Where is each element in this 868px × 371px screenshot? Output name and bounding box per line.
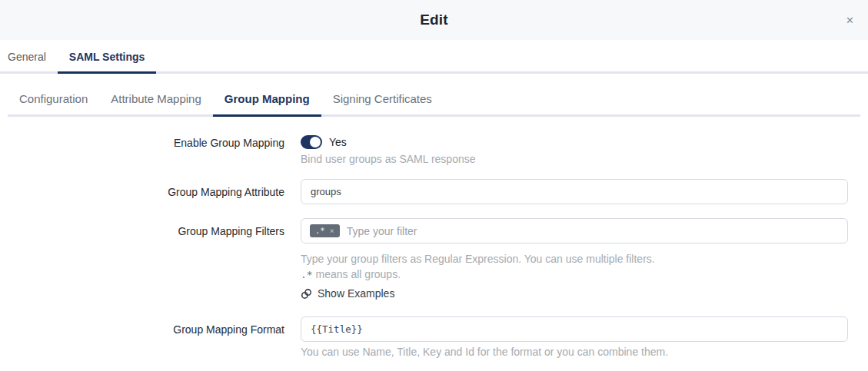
group-mapping-format-input[interactable] <box>301 316 848 342</box>
main-tabs: General SAML Settings <box>0 40 868 74</box>
enable-group-mapping-help: Bind user groups as SAML response <box>301 153 848 165</box>
link-icon <box>301 288 312 300</box>
group-mapping-filters-row: Group Mapping Filters .* × Type your gro… <box>0 218 848 303</box>
group-mapping-form: Enable Group Mapping Yes Bind user group… <box>0 117 868 358</box>
regular-expression-emphasis: Regular Expression <box>424 253 518 265</box>
toggle-state-label: Yes <box>329 136 347 148</box>
enable-group-mapping-toggle[interactable] <box>301 135 322 149</box>
filter-chip-remove-icon[interactable]: × <box>330 227 334 235</box>
saml-subtabs: Configuration Attribute Mapping Group Ma… <box>8 86 860 117</box>
close-icon[interactable]: ✕ <box>841 12 859 28</box>
filters-help-line1: Type your group filters as Regular Expre… <box>301 253 848 265</box>
modal-title: Edit <box>420 12 448 28</box>
subtab-attribute-mapping[interactable]: Attribute Mapping <box>99 86 213 117</box>
filters-help-line2: .* means all groups. <box>301 268 848 280</box>
group-mapping-format-row: Group Mapping Format You can use Name, T… <box>0 316 848 358</box>
group-mapping-filters-label: Group Mapping Filters <box>0 218 284 303</box>
group-mapping-attribute-label: Group Mapping Attribute <box>0 179 284 204</box>
filters-help: Type your group filters as Regular Expre… <box>301 253 848 303</box>
enable-group-mapping-row: Enable Group Mapping Yes Bind user group… <box>0 135 848 165</box>
group-mapping-format-label: Group Mapping Format <box>0 316 284 358</box>
filter-text-input[interactable] <box>347 225 841 237</box>
subtab-signing-certificates[interactable]: Signing Certificates <box>321 86 444 117</box>
modal-header: Edit ✕ <box>0 0 868 40</box>
enable-group-mapping-label: Enable Group Mapping <box>0 135 284 165</box>
tab-saml-settings[interactable]: SAML Settings <box>58 40 157 74</box>
group-mapping-attribute-row: Group Mapping Attribute <box>0 179 848 204</box>
toggle-knob <box>310 137 321 147</box>
group-mapping-attribute-input[interactable] <box>301 179 848 204</box>
regex-all-code: .* <box>301 269 313 280</box>
show-examples-label: Show Examples <box>318 287 394 300</box>
group-mapping-format-help: You can use Name, Title, Key and Id for … <box>301 346 848 358</box>
subtab-group-mapping[interactable]: Group Mapping <box>213 86 321 117</box>
filter-chip-value: .* <box>315 227 325 235</box>
tab-general[interactable]: General <box>0 40 58 74</box>
filter-chip: .* × <box>310 224 340 237</box>
group-mapping-filters-input[interactable]: .* × <box>301 218 848 243</box>
show-examples-link[interactable]: Show Examples <box>301 287 394 300</box>
subtab-configuration[interactable]: Configuration <box>8 86 99 117</box>
